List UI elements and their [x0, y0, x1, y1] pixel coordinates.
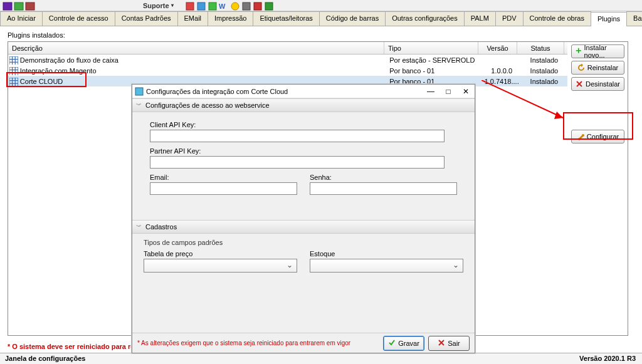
toolbar: Suporte W [0, 0, 642, 11]
toolbar-icon[interactable] [185, 1, 195, 10]
tab-contas-padr-es[interactable]: Contas Padrões [115, 11, 178, 26]
dialog-icon [135, 87, 144, 96]
tab-email[interactable]: EMail [177, 11, 209, 26]
partner-key-label: Partner API Key: [150, 147, 457, 155]
check-icon [388, 339, 396, 348]
table-row[interactable]: Demonstração do fluxo de caixaPor estaçã… [8, 55, 567, 65]
email-input[interactable] [150, 182, 297, 195]
refresh-icon [577, 64, 585, 71]
status-right: Versão 2020.1 R3 [579, 355, 636, 364]
toolbar-icon[interactable] [196, 1, 206, 10]
dialog-titlebar[interactable]: Configurações da integração com Corte Cl… [132, 85, 475, 98]
maximize-button[interactable]: □ [439, 85, 457, 98]
plus-icon [576, 48, 582, 55]
cell-status: Instalado [521, 56, 567, 64]
senha-label: Senha: [310, 174, 457, 181]
cadastros-form: Tipos de campos padrões Tabela de preço … [132, 234, 475, 278]
dialog-footer: * As alterações exigem que o sistema sej… [132, 333, 475, 353]
tipos-label: Tipos de campos padrões [144, 239, 463, 246]
tab-controle-de-obras[interactable]: Controle de obras [523, 11, 591, 26]
svg-rect-21 [9, 78, 18, 86]
button-label: Sair [448, 340, 460, 347]
tab-palm[interactable]: PALM [464, 11, 496, 26]
estoque-label: Estoque [310, 250, 463, 257]
th-descricao[interactable]: Descrição [8, 42, 384, 54]
section-cadastros[interactable]: Cadastros [132, 220, 475, 234]
toolbar-icon[interactable] [3, 1, 13, 10]
svg-rect-16 [9, 67, 18, 76]
th-tipo[interactable]: Tipo [384, 42, 478, 54]
reinstalar-button[interactable]: Reinstalar [571, 61, 624, 75]
svg-text:W: W [219, 3, 226, 10]
svg-point-7 [231, 3, 239, 10]
section-webservice[interactable]: Configurações de acesso ao webservice [132, 98, 475, 112]
cell-versao: 1.0.7418.... [483, 78, 521, 85]
cell-tipo: Por banco - 01 [389, 67, 482, 75]
toolbar-icon[interactable] [241, 1, 251, 10]
close-icon [438, 339, 445, 348]
svg-rect-0 [3, 3, 12, 10]
toolbar-icon[interactable] [25, 1, 35, 10]
cell-desc: Integração com Magento [20, 67, 389, 75]
th-versao[interactable]: Versão [478, 42, 517, 54]
svg-rect-4 [197, 3, 205, 10]
svg-rect-30 [135, 88, 143, 95]
status-left: Janela de configurações [5, 355, 85, 364]
tab-pdv[interactable]: PDV [495, 11, 524, 26]
svg-rect-3 [186, 3, 194, 10]
tabs-row: Ao IniciarControle de acessoContas Padrõ… [0, 11, 642, 26]
partner-key-input[interactable] [150, 156, 445, 169]
cell-status: Instalado [521, 67, 567, 75]
dialog-note: * As alterações exigem que o sistema sej… [137, 340, 350, 346]
svg-rect-8 [243, 3, 250, 10]
tab-outras-configura-es[interactable]: Outras configurações [385, 11, 465, 26]
gravar-button[interactable]: Gravar [383, 336, 424, 351]
toolbar-icon[interactable] [264, 1, 274, 10]
th-status[interactable]: Status [517, 42, 564, 54]
svg-rect-5 [209, 3, 216, 10]
svg-rect-27 [576, 50, 581, 51]
tabela-combo[interactable] [144, 259, 297, 273]
tab-ao-iniciar[interactable]: Ao Iniciar [0, 11, 43, 26]
toolbar-icon[interactable]: W [219, 1, 229, 10]
configurar-button[interactable]: Configurar [571, 130, 624, 143]
webservice-form: Client API Key: Partner API Key: Email: … [132, 112, 475, 201]
client-key-input[interactable] [150, 130, 445, 142]
close-button[interactable]: ✕ [457, 85, 475, 98]
svg-rect-11 [9, 56, 18, 65]
restart-note: * O sistema deve ser reiniciado para re [0, 340, 134, 350]
tabela-label: Tabela de preço [144, 250, 297, 257]
tab-plugins[interactable]: Plugins [591, 12, 627, 26]
button-label: Reinstalar [587, 64, 619, 71]
svg-rect-10 [265, 3, 273, 10]
tab-impress-o[interactable]: Impressão [208, 11, 253, 26]
menu-suporte[interactable]: Suporte [143, 2, 174, 9]
toolbar-icon[interactable] [208, 1, 218, 10]
senha-input[interactable] [310, 182, 457, 195]
table-row[interactable]: Integração com MagentoPor banco - 011.0.… [8, 65, 567, 76]
cell-desc: Demonstração do fluxo de caixa [20, 56, 389, 64]
estoque-combo[interactable] [310, 259, 463, 273]
tab-c-digo-de-barras[interactable]: Código de barras [319, 11, 386, 26]
button-label: Configurar [587, 133, 619, 140]
minimize-button[interactable]: — [422, 85, 439, 98]
client-key-label: Client API Key: [150, 121, 457, 128]
sair-button[interactable]: Sair [428, 336, 470, 351]
toolbar-icon[interactable] [230, 1, 240, 10]
tab-etiquetas-leitoras[interactable]: Etiquetas/leitoras [253, 11, 319, 26]
desinstalar-button[interactable]: Desinstalar [571, 77, 624, 91]
toolbar-icon[interactable] [253, 1, 263, 10]
email-label: Email: [150, 174, 297, 181]
tab-banc[interactable]: Banc [626, 11, 642, 26]
tab-controle-de-acesso[interactable]: Controle de acesso [42, 11, 115, 26]
cell-versao: 1.0.0.0 [483, 67, 521, 75]
instalar-novo-button[interactable]: Instalar novo... [571, 44, 624, 58]
grid-icon [9, 78, 18, 85]
cell-tipo: Por estação - SERVEROLD [389, 56, 482, 64]
toolbar-icon[interactable] [14, 1, 24, 10]
table-header: Descrição Tipo Versão Status [8, 42, 567, 55]
svg-rect-2 [26, 3, 34, 10]
button-label: Desinstalar [586, 80, 620, 88]
button-label: Instalar novo... [584, 44, 620, 59]
wrench-icon [577, 133, 584, 140]
